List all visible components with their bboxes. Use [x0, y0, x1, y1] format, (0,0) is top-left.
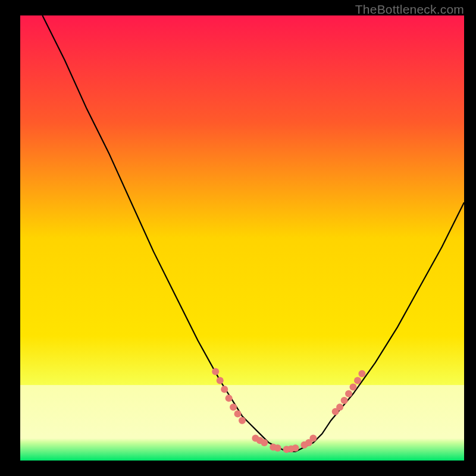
data-marker: [345, 390, 352, 397]
data-marker: [354, 377, 361, 384]
watermark-text: TheBottleneck.com: [355, 2, 464, 17]
data-marker: [261, 439, 268, 446]
curve-markers: [212, 368, 365, 453]
data-marker: [292, 444, 299, 452]
data-marker: [350, 384, 357, 391]
plot-svg: [20, 15, 464, 461]
data-marker: [217, 377, 224, 384]
data-marker: [226, 394, 233, 402]
data-marker: [221, 386, 228, 393]
chart-frame: TheBottleneck.com: [0, 0, 476, 476]
data-marker: [230, 403, 237, 411]
data-marker: [309, 435, 317, 442]
data-marker: [234, 411, 242, 418]
data-marker: [274, 444, 281, 452]
data-marker: [358, 370, 365, 377]
data-marker: [212, 368, 219, 375]
bottleneck-curve: [42, 15, 464, 452]
data-marker: [336, 403, 343, 411]
plot-area: [20, 15, 464, 461]
data-marker: [341, 397, 348, 404]
data-marker: [239, 417, 246, 424]
